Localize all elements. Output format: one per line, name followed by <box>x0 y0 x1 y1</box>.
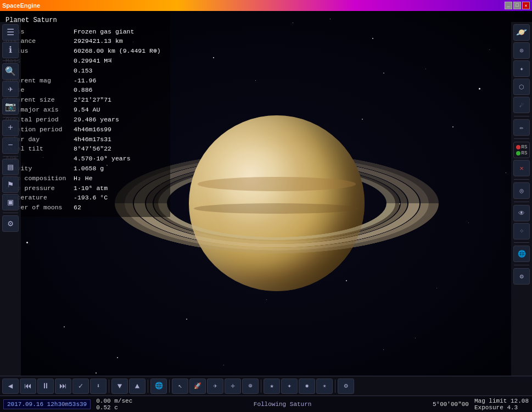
atmo-pressure-value: 1·10⁶ atm <box>74 183 108 193</box>
mass-row: Mass 0.29941 M♃ <box>5 56 165 66</box>
gear-icon[interactable]: ⚙ <box>513 268 530 285</box>
moons-row: Number of moons 62 <box>5 203 165 213</box>
atmo-comp-value: H₂ He <box>74 174 93 183</box>
gravity-row: Gravity 1.0658 g <box>5 164 165 174</box>
right-sidebar: 🪐 ⊙ ✦ ⬡ ☄ ✏ RS RS ✕ ◎ 👁 ⁘ 🌐 ⚙ <box>511 22 532 379</box>
camera-icon[interactable]: 📷 <box>2 98 19 115</box>
minimize-button[interactable]: _ <box>505 2 512 9</box>
datetime-value: 2017.09.16 12h30m53s39 <box>7 401 87 408</box>
radius-row: Radius 60268.00 km (9.4491 R⊕) <box>5 46 165 56</box>
distance-value: 2929421.13 km <box>74 36 123 46</box>
window-controls[interactable]: _ □ ✕ <box>505 2 530 9</box>
title-bar: SpaceEngine _ □ ✕ <box>0 0 532 11</box>
speed-display: 0.00 m/sec 0.52 c <box>96 398 132 411</box>
following-value: Following Saturn <box>254 401 312 408</box>
apparent-size-row: Apparent size 2°21'27"71 <box>5 95 165 105</box>
axial-tilt-value: 8°47'56"22 <box>74 144 111 154</box>
moons-value: 62 <box>74 203 81 213</box>
maximize-button[interactable]: □ <box>513 2 521 9</box>
rewind-button[interactable]: ⏮ <box>20 378 36 394</box>
orbital-period-value: 29.486 years <box>74 115 119 125</box>
flag-icon[interactable]: ⚑ <box>2 176 19 193</box>
left-sidebar: ☰ ℹ 🔍 ✈ 📷 + − ▤ ⚑ ▣ ⚙ <box>0 22 21 379</box>
layers-icon[interactable]: ▤ <box>2 159 19 175</box>
zoom-out-icon[interactable]: − <box>2 137 19 154</box>
main-view: Planet Saturn Class Frozen gas giant Dis… <box>0 11 532 396</box>
pencil-icon[interactable]: ✏ <box>513 119 530 136</box>
comet-icon[interactable]: ☄ <box>513 97 530 113</box>
info-panel: Planet Saturn Class Frozen gas giant Dis… <box>0 11 170 217</box>
globe-icon[interactable]: 🌐 <box>513 246 530 262</box>
land-button[interactable]: ⬇ <box>90 378 107 394</box>
status-bar: 2017.09.16 12h30m53s39 0.00 m/sec 0.52 c… <box>0 396 532 412</box>
speed2-value: 0.52 c <box>96 404 118 411</box>
exposure-value: 4.3 <box>507 404 518 411</box>
compass-button[interactable]: ⊕ <box>242 378 259 394</box>
speed1-value: 0.00 m/sec <box>96 398 132 404</box>
axial-tilt-row: Axial tilt 8°47'56"22 <box>5 144 165 154</box>
radius-value: 60268.00 km (9.4491 R⊕) <box>74 46 161 56</box>
gravity-value: 1.0658 g <box>74 164 104 174</box>
planet-icon[interactable]: 🪐 <box>513 24 530 41</box>
age-row: Age 4.570·10⁹ years <box>5 154 165 164</box>
eye-icon[interactable]: 👁 <box>513 205 530 221</box>
star2-button[interactable]: ✦ <box>281 378 298 394</box>
phase-row: Phase 0.886 <box>5 85 165 95</box>
cursor-button[interactable]: ↖ <box>172 378 188 394</box>
star3-button[interactable]: ✸ <box>299 378 315 394</box>
menu-icon[interactable]: ☰ <box>2 24 19 41</box>
coords-value: 5°00'00"00 <box>433 401 469 408</box>
move-icon[interactable]: ✈ <box>2 81 19 97</box>
settings-icon[interactable]: ⚙ <box>2 215 19 232</box>
monitor-icon[interactable]: ▣ <box>2 194 19 210</box>
planet-title: Planet Saturn <box>5 15 165 26</box>
star1-button[interactable]: ★ <box>264 378 280 394</box>
coordinates-display: 5°00'00"00 <box>433 401 469 408</box>
globe-button[interactable]: 🌐 <box>150 378 167 394</box>
close-button[interactable]: ✕ <box>522 2 530 9</box>
age-value: 4.570·10⁹ years <box>74 154 131 164</box>
phase-value: 0.886 <box>74 85 93 95</box>
datetime-display: 2017.09.16 12h30m53s39 <box>3 399 91 409</box>
mass-value: 0.29941 M♃ <box>74 56 111 66</box>
rs-indicator: RS RS <box>513 142 530 158</box>
info-icon[interactable]: ℹ <box>2 42 19 58</box>
apparent-mag-value: -11.96 <box>74 76 96 86</box>
pause-button[interactable]: ⏸ <box>37 378 54 394</box>
settings-button[interactable]: ⚙ <box>338 378 354 394</box>
forward-button[interactable]: ⏭ <box>55 378 71 394</box>
speed-down-button[interactable]: ▼ <box>111 378 128 394</box>
plane-button[interactable]: ✈ <box>207 378 223 394</box>
cancel-icon[interactable]: ✕ <box>513 160 530 176</box>
apparent-size-value: 2°21'27"71 <box>74 95 111 105</box>
star-cluster-icon[interactable]: ⬡ <box>513 79 530 95</box>
solar-day-value: 4h46m17s31 <box>74 135 111 144</box>
maglimit-value: 12.08 <box>511 398 529 404</box>
rocket-button[interactable]: 🚀 <box>189 378 206 394</box>
dots-icon[interactable]: ⁘ <box>513 223 530 240</box>
zoom-in-icon[interactable]: + <box>2 120 19 136</box>
target-icon[interactable]: ◎ <box>513 182 530 199</box>
temperature-value: -193.6 °C <box>74 193 108 203</box>
nebula-icon[interactable]: ✦ <box>513 60 530 77</box>
distance-row: Distance 2929421.13 km <box>5 36 165 46</box>
esi-row: ESI 0.153 <box>5 66 165 76</box>
exposure-label: Exposure <box>474 404 503 411</box>
search-icon[interactable]: 🔍 <box>2 63 19 80</box>
check-button[interactable]: ✓ <box>72 378 89 394</box>
temperature-row: Temperature -193.6 °C <box>5 193 165 203</box>
back-button[interactable]: ◀ <box>2 378 19 394</box>
speed-up-button[interactable]: ▲ <box>129 378 145 394</box>
app-title: SpaceEngine <box>2 2 40 9</box>
solar-day-row: Solar day 4h46m17s31 <box>5 135 165 144</box>
galaxy-icon[interactable]: ⊙ <box>513 42 530 59</box>
crosshair-button[interactable]: ✛ <box>225 378 241 394</box>
orbital-period-row: Orbital period 29.486 years <box>5 115 165 125</box>
maglimit-display: Mag limit 12.08 Exposure 4.3 <box>474 398 529 411</box>
apparent-mag-row: Apparent mag -11.96 <box>5 76 165 86</box>
esi-value: 0.153 <box>74 66 93 76</box>
class-row: Class Frozen gas giant <box>5 27 165 37</box>
following-display: Following Saturn <box>138 401 427 408</box>
atmo-pressure-row: Atmo pressure 1·10⁶ atm <box>5 183 165 193</box>
starburst-button[interactable]: ✴ <box>316 378 333 394</box>
